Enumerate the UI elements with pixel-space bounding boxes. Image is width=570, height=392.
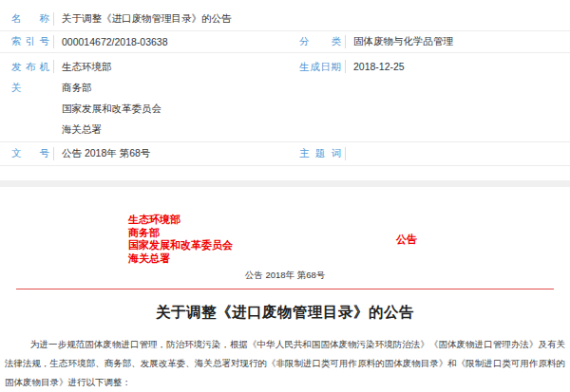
index-number-label: 索引号 <box>11 35 49 48</box>
subject-words-label: 主题词 <box>299 147 341 160</box>
column-divider <box>345 60 346 73</box>
document-paragraph: 为进一步规范固体废物进口管理，防治环境污染，根据《中华人民共和国固体废物污染环境… <box>5 335 565 392</box>
document-number-line: 公告 2018年 第68号 <box>0 270 570 282</box>
doc-number-label: 文号 <box>11 147 49 160</box>
generate-date-label: 生成日期 <box>299 56 341 77</box>
document-title: 关于调整《进口废物管理目录》的公告 <box>0 303 570 323</box>
letterhead-agency-line: 商务部 <box>128 227 570 240</box>
document-meta-table: 名称 关于调整《进口废物管理目录》的公告 索引号 000014672/2018-… <box>0 0 570 166</box>
generate-date-value: 2018-12-25 <box>353 56 405 77</box>
letterhead-agency-line: 国家发展和改革委员会 <box>128 239 570 252</box>
doc-number-value: 公告 2018年 第68号 <box>62 147 276 160</box>
document-body: 生态环境部 商务部 国家发展和改革委员会 海关总署 公告 公告 2018年 第6… <box>0 214 570 392</box>
issuing-authority-line: 海关总署 <box>62 119 276 140</box>
column-divider <box>345 147 346 160</box>
column-divider <box>53 35 54 48</box>
column-divider <box>53 147 54 160</box>
letterhead-agency-line: 海关总署 <box>128 252 570 266</box>
name-label: 名称 <box>11 12 49 26</box>
red-rule <box>16 289 554 289</box>
issuing-authority-line: 生态环境部 <box>62 56 276 77</box>
category-label: 分类 <box>299 35 341 48</box>
column-divider <box>345 35 346 48</box>
index-number-value: 000014672/2018-03638 <box>62 36 276 47</box>
meta-row-index: 索引号 000014672/2018-03638 分类 固体废物与化学品管理 <box>0 31 570 53</box>
category-value: 固体废物与化学品管理 <box>353 35 453 48</box>
letterhead-doc-type: 公告 <box>396 233 417 247</box>
letterhead-agency-list: 生态环境部 商务部 国家发展和改革委员会 海关总署 <box>128 214 570 265</box>
meta-row-docnumber: 文号 公告 2018年 第68号 主题词 <box>0 142 570 166</box>
letterhead-agency-line: 生态环境部 <box>128 214 570 227</box>
issuing-authority-values: 生态环境部 商务部 国家发展和改革委员会 海关总署 <box>62 56 276 140</box>
section-separator-band <box>0 180 570 187</box>
issuing-authority-line: 商务部 <box>62 77 276 98</box>
column-divider <box>53 60 54 73</box>
issuing-authority-line: 国家发展和改革委员会 <box>62 98 276 119</box>
meta-row-issuer: 发布机关 生态环境部 商务部 国家发展和改革委员会 海关总署 生成日期 2018… <box>0 53 570 142</box>
red-letterhead: 生态环境部 商务部 国家发展和改革委员会 海关总署 公告 <box>0 214 570 265</box>
issuing-authority-label: 发布机关 <box>11 56 49 98</box>
name-value: 关于调整《进口废物管理目录》的公告 <box>62 12 570 26</box>
meta-row-name: 名称 关于调整《进口废物管理目录》的公告 <box>0 7 570 31</box>
column-divider <box>53 12 54 26</box>
